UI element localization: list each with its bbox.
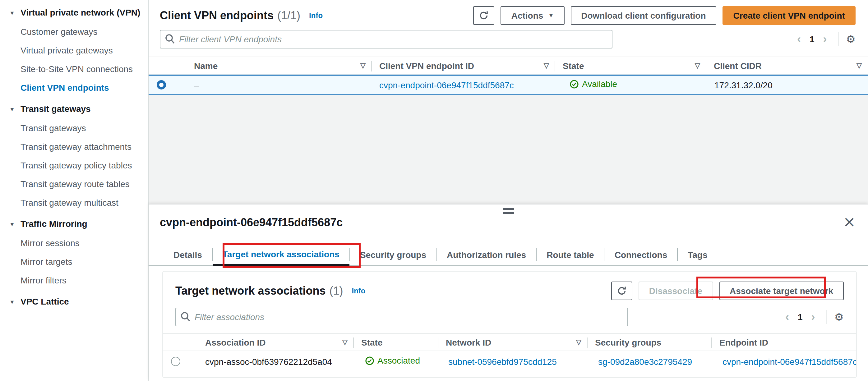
column-header-state[interactable]: State ▽ xyxy=(555,57,706,74)
column-label: Security groups xyxy=(595,337,661,347)
info-link[interactable]: Info xyxy=(309,11,323,20)
column-label: State xyxy=(563,61,584,70)
settings-gear-icon[interactable]: ⚙ xyxy=(834,311,844,323)
download-client-configuration-button[interactable]: Download client configuration xyxy=(570,6,716,25)
row-radio-unselected[interactable] xyxy=(171,357,180,366)
sidebar-item-transit-gateways[interactable]: Transit gateways xyxy=(9,121,142,135)
search-icon xyxy=(165,34,175,44)
sort-icon[interactable]: ▽ xyxy=(342,338,348,346)
sidebar-item-customer-gateways[interactable]: Customer gateways xyxy=(9,25,142,38)
create-client-vpn-endpoint-button[interactable]: Create client VPN endpoint xyxy=(723,6,856,25)
close-icon[interactable]: × xyxy=(843,216,856,227)
panel-resize-handle[interactable] xyxy=(503,208,514,216)
associations-title: Target network associations xyxy=(175,284,326,297)
tab-authorization-rules[interactable]: Authorization rules xyxy=(437,244,536,265)
previous-page-button[interactable]: ‹ xyxy=(794,33,805,45)
endpoint-id-link[interactable]: cvpn-endpoint-06e947f15ddf5687c xyxy=(722,356,857,367)
associations-info-link[interactable]: Info xyxy=(352,287,365,295)
sidebar-item-tg-route-tables[interactable]: Transit gateway route tables xyxy=(9,177,142,191)
panel-title: cvpn-endpoint-06e947f15ddf5687c xyxy=(160,216,343,229)
column-header-name[interactable]: Name ▽ xyxy=(187,57,372,74)
column-header-endpoint-id[interactable]: Client VPN endpoint ID ▽ xyxy=(372,57,555,74)
filter-row: ‹ 1 › ⚙ xyxy=(149,25,868,49)
column-header-endpoint-id[interactable]: Endpoint ID xyxy=(712,334,857,351)
actions-button[interactable]: Actions ▼ xyxy=(501,6,565,25)
divider xyxy=(826,310,827,324)
associations-refresh-button[interactable] xyxy=(611,282,632,300)
sidebar-section-transit-gateways[interactable]: ▼ Transit gateways xyxy=(9,102,142,116)
result-count: (1/1) xyxy=(277,9,300,22)
sidebar-section-label: VPC Lattice xyxy=(21,295,69,308)
row-radio-selected[interactable] xyxy=(157,80,166,90)
associations-filter-input[interactable] xyxy=(175,308,628,326)
sidebar-item-site-to-site-vpn[interactable]: Site-to-Site VPN connections xyxy=(9,62,142,76)
sidebar-item-client-vpn-endpoints[interactable]: Client VPN endpoints xyxy=(9,81,142,94)
associate-button-label: Associate target network xyxy=(730,286,833,296)
sort-icon[interactable]: ▽ xyxy=(695,62,700,70)
select-column-header xyxy=(149,57,187,74)
endpoints-table: Name ▽ Client VPN endpoint ID ▽ State ▽ … xyxy=(149,57,868,95)
status-available-icon xyxy=(569,80,579,89)
endpoint-id-link[interactable]: cvpn-endpoint-06e947f15ddf5687c xyxy=(379,80,514,90)
state-label: Available xyxy=(582,79,617,89)
column-header-association-id[interactable]: Association ID ▽ xyxy=(198,334,354,351)
sidebar-section-label: Transit gateways xyxy=(21,102,91,116)
column-label: State xyxy=(361,337,382,347)
divider xyxy=(838,32,839,46)
chevron-down-icon: ▼ xyxy=(9,102,21,116)
endpoint-filter-input[interactable] xyxy=(160,30,613,49)
current-page[interactable]: 1 xyxy=(807,34,817,44)
sort-icon[interactable]: ▽ xyxy=(544,62,549,70)
disassociate-button[interactable]: Disassociate xyxy=(639,282,713,300)
sidebar-section-traffic-mirroring[interactable]: ▼ Traffic Mirroring xyxy=(9,217,142,231)
sidebar-item-mirror-targets[interactable]: Mirror targets xyxy=(9,255,142,268)
next-page-button[interactable]: › xyxy=(808,311,819,323)
endpoint-table-row[interactable]: – cvpn-endpoint-06e947f15ddf5687c Availa… xyxy=(149,74,868,95)
tab-target-network-associations[interactable]: Target network associations xyxy=(213,244,349,266)
next-page-button[interactable]: › xyxy=(819,33,831,45)
column-header-security-groups[interactable]: Security groups xyxy=(588,334,712,351)
sort-icon[interactable]: ▽ xyxy=(576,338,581,346)
sidebar-item-tg-attachments[interactable]: Transit gateway attachments xyxy=(9,140,142,154)
sidebar-item-mirror-filters[interactable]: Mirror filters xyxy=(9,274,142,287)
tab-tags[interactable]: Tags xyxy=(678,244,717,265)
settings-gear-icon[interactable]: ⚙ xyxy=(846,33,856,45)
chevron-down-icon: ▼ xyxy=(9,295,21,309)
refresh-button[interactable] xyxy=(473,6,495,25)
previous-page-button[interactable]: ‹ xyxy=(782,311,793,323)
sidebar-item-virtual-private-gateways[interactable]: Virtual private gateways xyxy=(9,43,142,57)
sidebar-section-vpn[interactable]: ▼ Virtual private network (VPN) xyxy=(9,6,142,20)
endpoint-filter xyxy=(160,30,613,49)
association-table-row[interactable]: cvpn-assoc-0bf639762212d5a04 Associated … xyxy=(163,351,856,372)
tab-details[interactable]: Details xyxy=(163,244,212,265)
current-page[interactable]: 1 xyxy=(795,312,805,322)
security-group-link[interactable]: sg-09d2a80e3c2795429 xyxy=(598,356,692,367)
column-label: Network ID xyxy=(446,337,491,347)
tab-route-table[interactable]: Route table xyxy=(536,244,604,265)
column-label: Client VPN endpoint ID xyxy=(379,61,474,70)
associations-table-header: Association ID ▽ State Network ID ▽ Secu… xyxy=(163,333,856,351)
tab-security-groups[interactable]: Security groups xyxy=(350,244,436,265)
sort-icon[interactable]: ▽ xyxy=(360,62,366,70)
sidebar-section-vpc-lattice[interactable]: ▼ VPC Lattice xyxy=(9,295,142,309)
chevron-down-icon: ▼ xyxy=(9,6,21,20)
column-header-client-cidr[interactable]: Client CIDR ▽ xyxy=(706,57,868,74)
state-label: Associated xyxy=(377,356,420,366)
endpoints-table-header: Name ▽ Client VPN endpoint ID ▽ State ▽ … xyxy=(149,57,868,74)
column-header-network-id[interactable]: Network ID ▽ xyxy=(438,334,588,351)
tab-connections[interactable]: Connections xyxy=(605,244,677,265)
sort-icon[interactable]: ▽ xyxy=(857,62,862,70)
associations-card: Target network associations (1) Info Dis… xyxy=(162,271,857,378)
sidebar-item-tg-policy-tables[interactable]: Transit gateway policy tables xyxy=(9,158,142,172)
associate-target-network-button[interactable]: Associate target network xyxy=(719,282,844,300)
endpoint-name-cell: – xyxy=(187,80,372,90)
column-header-state[interactable]: State xyxy=(354,334,438,351)
network-id-link[interactable]: subnet-0596ebfd975cdd125 xyxy=(448,356,557,367)
sidebar-item-mirror-sessions[interactable]: Mirror sessions xyxy=(9,236,142,250)
column-label: Name xyxy=(194,61,218,70)
associations-card-header: Target network associations (1) Info Dis… xyxy=(163,282,856,300)
associations-filter-row: ‹ 1 › ⚙ xyxy=(163,300,856,326)
sidebar-item-tg-multicast[interactable]: Transit gateway multicast xyxy=(9,196,142,210)
associations-count: (1) xyxy=(329,284,343,297)
status-associated-icon xyxy=(365,356,374,366)
